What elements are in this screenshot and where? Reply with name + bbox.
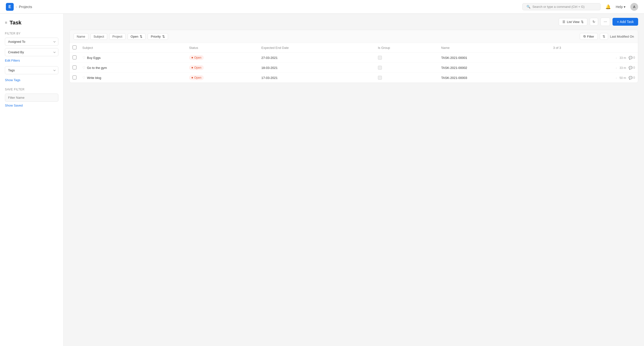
status-dot	[192, 67, 193, 68]
meta-cell: - 33 m 💬 0	[550, 63, 638, 73]
priority-filter-label: Priority	[151, 35, 160, 38]
nav-separator: ›	[16, 5, 17, 9]
is-group-cell	[375, 53, 438, 63]
save-filter-label: Save Filter	[5, 88, 58, 91]
count-column-header: 3 of 3	[550, 43, 638, 53]
time-value: 33 m	[620, 66, 626, 70]
content-area: ☰ List View ⇅ ↻ ··· + Add Task Name	[64, 14, 644, 346]
subject-value[interactable]: Buy Eggs	[87, 56, 101, 60]
comment-count: 0	[633, 56, 635, 60]
tags-section: Tags Show Tags	[5, 66, 58, 82]
filter-name-input[interactable]	[5, 94, 58, 102]
main-layout: ≡ Task Filter By Assigned To Created By …	[0, 14, 644, 346]
subject-filter-label: Subject	[94, 35, 104, 38]
is-group-checkbox[interactable]	[378, 56, 382, 60]
end-date-cell: 17-03-2021	[258, 73, 375, 83]
filter-btn-label: Filter	[587, 35, 594, 38]
subject-column-header: Subject	[80, 43, 186, 53]
filter-by-label: Filter By	[5, 32, 58, 35]
task-table: Subject Status Expected End Date Is Grou…	[70, 43, 638, 82]
assigned-to-filter[interactable]: Assigned To	[5, 38, 58, 46]
meta-cell: - 50 m 💬 0	[550, 73, 638, 83]
help-label: Help	[616, 5, 623, 9]
edit-filters-link[interactable]: Edit Filters	[5, 59, 58, 62]
show-tags-link[interactable]: Show Tags	[5, 78, 58, 82]
comment-count: 0	[633, 76, 635, 80]
subject-filter-tag[interactable]: Subject	[90, 33, 107, 40]
status-cell: Open	[186, 53, 258, 63]
nav-project-link[interactable]: Projects	[19, 5, 32, 9]
subject-cell: ♡ Buy Eggs	[80, 53, 186, 63]
end-date-cell: 27-03-2021	[258, 53, 375, 63]
row-checkbox[interactable]	[72, 76, 76, 80]
sort-label: Last Modified On	[610, 35, 634, 38]
hamburger-icon[interactable]: ≡	[5, 20, 7, 25]
created-by-filter[interactable]: Created By	[5, 48, 58, 56]
name-cell: TASK-2021-00001	[438, 53, 550, 63]
view-toggle-button[interactable]: ☰ List View ⇅	[559, 18, 587, 26]
row-checkbox[interactable]	[72, 56, 76, 60]
global-search[interactable]: 🔍 Search or type a command (Ctrl + G)	[522, 3, 600, 10]
help-dropdown[interactable]: Help ▾	[616, 5, 626, 9]
time-value: 33 m	[620, 56, 626, 60]
subject-cell: ♡ Go to the gym	[80, 63, 186, 73]
subject-value[interactable]: Go to the gym	[87, 66, 107, 70]
status-badge: Open	[189, 75, 204, 80]
meta-cell: - 33 m 💬 0	[550, 53, 638, 63]
is-group-checkbox[interactable]	[378, 76, 382, 80]
name-cell: TASK-2021-00002	[438, 63, 550, 73]
comment-count: 0	[633, 66, 635, 70]
list-icon: ☰	[562, 20, 565, 24]
notifications-bell-icon[interactable]: 🔔	[606, 4, 611, 10]
chevron-updown-icon: ⇅	[581, 20, 584, 24]
favorite-icon[interactable]: ♡	[82, 76, 86, 80]
sort-button[interactable]: ⇅	[600, 33, 608, 40]
table-header: Subject Status Expected End Date Is Grou…	[70, 43, 638, 53]
dash-value: -	[616, 66, 617, 70]
table-row: ♡ Buy Eggs Open 27-03-2021 TASK-2021-000…	[70, 53, 638, 63]
show-saved-link[interactable]: Show Saved	[5, 104, 58, 107]
avatar[interactable]: A	[630, 3, 638, 11]
search-placeholder-text: Search or type a command (Ctrl + G)	[532, 5, 585, 8]
comment-cell: 💬 0	[628, 56, 635, 60]
is-group-checkbox[interactable]	[378, 66, 382, 70]
name-filter-tag[interactable]: Name	[74, 33, 88, 40]
subject-cell: ♡ Write blog	[80, 73, 186, 83]
status-column-header: Status	[186, 43, 258, 53]
project-filter-tag[interactable]: Project	[109, 33, 125, 40]
select-all-checkbox[interactable]	[72, 46, 76, 49]
end-date-column-header: Expected End Date	[258, 43, 375, 53]
end-date-cell: 18-03-2021	[258, 63, 375, 73]
status-filter-value: Open	[131, 35, 138, 38]
name-filter-label: Name	[77, 35, 85, 38]
row-select-cell	[70, 53, 80, 63]
is-group-column-header: Is Group	[375, 43, 438, 53]
app-logo[interactable]: E	[6, 3, 14, 11]
comment-icon: 💬	[628, 56, 632, 60]
more-options-button[interactable]: ···	[600, 18, 610, 26]
filter-actions: ⧉ Filter ⇅ Last Modified On	[580, 33, 634, 40]
nav-left: E › Projects	[6, 3, 32, 11]
status-cell: Open	[186, 73, 258, 83]
filter-button[interactable]: ⧉ Filter	[580, 33, 598, 40]
select-all-header	[70, 43, 80, 53]
project-filter-label: Project	[112, 35, 122, 38]
subject-value[interactable]: Write blog	[87, 76, 101, 80]
row-select-cell	[70, 73, 80, 83]
favorite-icon[interactable]: ♡	[82, 56, 86, 60]
nav-right: 🔍 Search or type a command (Ctrl + G) 🔔 …	[522, 3, 638, 11]
view-toggle-label: List View	[567, 20, 580, 24]
comment-icon: 💬	[628, 66, 632, 70]
filter-icon: ⧉	[584, 34, 586, 38]
status-dot	[192, 57, 193, 58]
comment-cell: 💬 0	[628, 76, 635, 80]
favorite-icon[interactable]: ♡	[82, 66, 86, 70]
comment-cell: 💬 0	[628, 66, 635, 70]
refresh-button[interactable]: ↻	[590, 18, 598, 26]
tags-filter[interactable]: Tags	[5, 66, 58, 74]
add-task-button[interactable]: + Add Task	[612, 18, 638, 26]
priority-filter-tag[interactable]: Priority ⇅	[148, 33, 168, 40]
row-checkbox[interactable]	[72, 66, 76, 70]
status-filter-tag[interactable]: Open ⇅	[128, 33, 146, 40]
status-badge: Open	[189, 65, 204, 70]
